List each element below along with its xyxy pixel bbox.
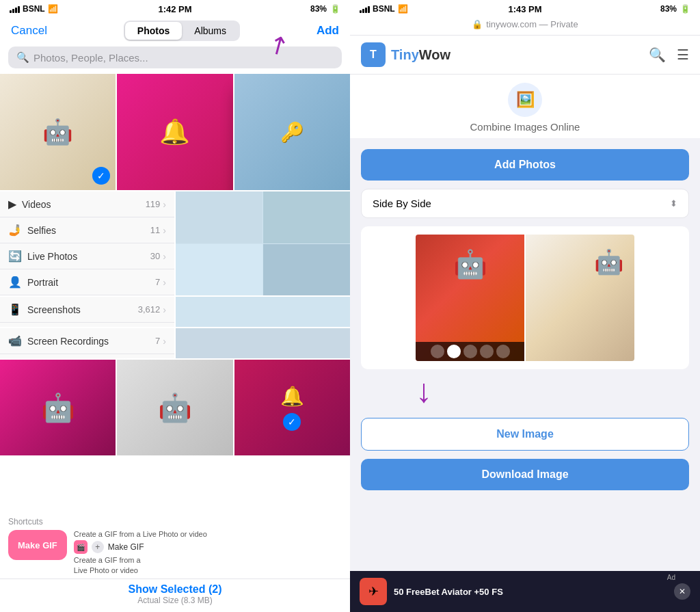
url-text: tinywow.com — Private xyxy=(486,19,578,29)
screenrec-icon: 📹 xyxy=(8,334,22,347)
tinywow-nav-icons: 🔍 ☰ xyxy=(649,46,689,63)
preview-image-right: 🤖 xyxy=(526,235,634,361)
tab-photos[interactable]: Photos xyxy=(125,22,182,40)
shortcut-add-1[interactable]: + xyxy=(92,541,104,553)
album-count-selfies: 11 xyxy=(150,225,160,235)
album-left-selfies: 🤳 Selfies xyxy=(8,224,56,237)
shortcut-items: Create a GIF from a Live Photo or video … xyxy=(74,530,207,574)
rbar3 xyxy=(365,8,367,13)
shortcut-item-2[interactable]: 🎬 + Make GIF xyxy=(74,540,207,554)
rbar2 xyxy=(362,9,364,13)
search-icon: 🔍 xyxy=(16,51,29,64)
ss-cell-2 xyxy=(263,191,350,243)
grid-cell-9[interactable]: 🔔 ✓ xyxy=(234,360,350,455)
layout-select-value: Side By Side xyxy=(373,198,431,209)
time-right: 1:43 PM xyxy=(508,4,541,14)
shortcut-item-3: Create a GIF from a xyxy=(74,556,207,564)
signal-bars-right xyxy=(360,5,370,13)
menu-nav-icon[interactable]: ☰ xyxy=(677,46,689,63)
photo-7: 🤖 xyxy=(0,360,116,455)
right-content: 🖼️ Combine Images Online Add Photos Side… xyxy=(350,75,700,612)
search-nav-icon[interactable]: 🔍 xyxy=(649,46,666,63)
album-name-videos: Videos xyxy=(22,199,51,210)
album-count-live: 30 xyxy=(150,251,160,261)
ad-close-button[interactable]: ✕ xyxy=(674,583,690,600)
grid-cell-1[interactable]: 🤖 ✓ xyxy=(0,74,116,190)
android-icon-right: 🤖 xyxy=(594,248,624,276)
logo-tiny: Tiny xyxy=(391,47,419,62)
lock-icon: 🔒 xyxy=(472,19,483,29)
logo-text: TinyWow xyxy=(391,47,450,63)
album-right-videos: 119 › xyxy=(146,199,166,210)
album-item-screenshots[interactable]: 📱 Screenshots 3,612 › xyxy=(0,297,174,323)
photo-9: 🔔 ✓ xyxy=(234,360,350,455)
chevron-portrait: › xyxy=(163,277,166,288)
shortcuts-area: Shortcuts Make GIF Create a GIF from a L… xyxy=(0,513,350,578)
tinywow-nav: T TinyWow 🔍 ☰ xyxy=(350,36,700,75)
cancel-button[interactable]: Cancel xyxy=(11,24,47,38)
photo-2: 🔔 xyxy=(117,74,232,190)
album-count-videos: 119 xyxy=(146,199,161,209)
grid-row-4: 🤖 🤖 🔔 ✓ xyxy=(0,360,350,455)
album-item-live[interactable]: 🔄 Live Photos 30 › xyxy=(0,243,174,269)
wifi-icon-right: 📶 xyxy=(398,4,408,14)
album-item-screenrec[interactable]: 📹 Screen Recordings 7 › xyxy=(0,328,174,354)
ss-extra2 xyxy=(176,328,350,358)
battery-icon-left: 🔋 xyxy=(330,4,340,14)
bar4 xyxy=(18,6,20,13)
photo-8: 🤖 xyxy=(117,360,232,455)
rbar1 xyxy=(360,10,362,13)
grid-cell-3[interactable]: 🔑 xyxy=(234,74,350,190)
album-count-screenrec: 7 xyxy=(155,336,160,346)
check-circle-2: ✓ xyxy=(283,413,301,431)
album-count-screenshots: 3,612 xyxy=(138,304,161,315)
logo-wow: Wow xyxy=(419,47,450,62)
portrait-icon: 👤 xyxy=(8,276,22,289)
new-image-button[interactable]: New Image xyxy=(361,418,689,451)
preview-images: 🤖 🤖 xyxy=(416,235,634,361)
tab-albums[interactable]: Albums xyxy=(182,22,239,40)
layout-dropdown[interactable]: Side By Side ⬍ xyxy=(361,189,689,218)
rbar4 xyxy=(368,6,370,13)
screenshot-thumbnails xyxy=(176,191,350,295)
album-right-screenshots: 3,612 › xyxy=(138,304,166,315)
url-bar[interactable]: 🔒 tinywow.com — Private xyxy=(350,16,700,36)
dropdown-arrows-icon: ⬍ xyxy=(670,198,677,209)
grid-row-2: ▶ Videos 119 › 🤳 Selfies 11 › xyxy=(0,191,350,295)
album-item-portrait[interactable]: 👤 Portrait 7 › xyxy=(0,269,174,295)
album-name-screenrec: Screen Recordings xyxy=(27,336,109,347)
album-item-selfies[interactable]: 🤳 Selfies 11 › xyxy=(0,217,174,243)
carrier-signal-left: BSNL 📶 xyxy=(10,4,58,14)
photo-3: 🔑 xyxy=(234,74,350,190)
battery-pct-right: 83% xyxy=(660,4,677,14)
screenshots-icon: 📱 xyxy=(8,303,22,316)
download-image-button[interactable]: Download Image xyxy=(361,459,689,490)
ad-logo: ✈ xyxy=(360,578,387,605)
preview-container: 🤖 🤖 xyxy=(361,226,689,369)
bar1 xyxy=(10,10,12,13)
videos-icon: ▶ xyxy=(8,198,16,211)
grid-cell-2[interactable]: 🔔 ✓ Live Loop Bounce xyxy=(117,74,232,190)
ss-extra xyxy=(176,297,350,327)
add-photos-button[interactable]: Add Photos xyxy=(361,149,689,181)
album-name-live: Live Photos xyxy=(27,251,77,262)
show-selected-btn[interactable]: Show Selected (2) xyxy=(8,583,342,596)
add-button[interactable]: Add xyxy=(317,24,339,38)
chevron-screenshots: › xyxy=(163,304,166,315)
chevron-selfies: › xyxy=(163,225,166,236)
grid-cell-8[interactable]: 🤖 xyxy=(117,360,232,455)
grid-cell-7[interactable]: 🤖 xyxy=(0,360,116,455)
dot-4 xyxy=(480,345,494,358)
ss-cell-3 xyxy=(176,244,262,296)
ss-cell-1 xyxy=(176,191,262,243)
album-screenrec-row: 📹 Screen Recordings 7 › xyxy=(0,328,174,358)
make-gif-btn[interactable]: Make GIF xyxy=(8,530,67,560)
combine-title: Combine Images Online xyxy=(361,121,689,133)
album-screenshots-row: 📱 Screenshots 3,612 › xyxy=(0,297,174,327)
album-item-videos[interactable]: ▶ Videos 119 › xyxy=(0,191,174,217)
right-panel: BSNL 📶 1:43 PM 83% 🔋 🔒 tinywow.com — Pri… xyxy=(350,0,700,612)
dot-2 xyxy=(447,345,461,358)
battery-pct-left: 83% xyxy=(310,4,327,14)
bottom-bar-left: Show Selected (2) Actual Size (8.3 MB) xyxy=(0,578,350,612)
search-bar[interactable]: 🔍 Photos, People, Places... xyxy=(8,46,342,68)
